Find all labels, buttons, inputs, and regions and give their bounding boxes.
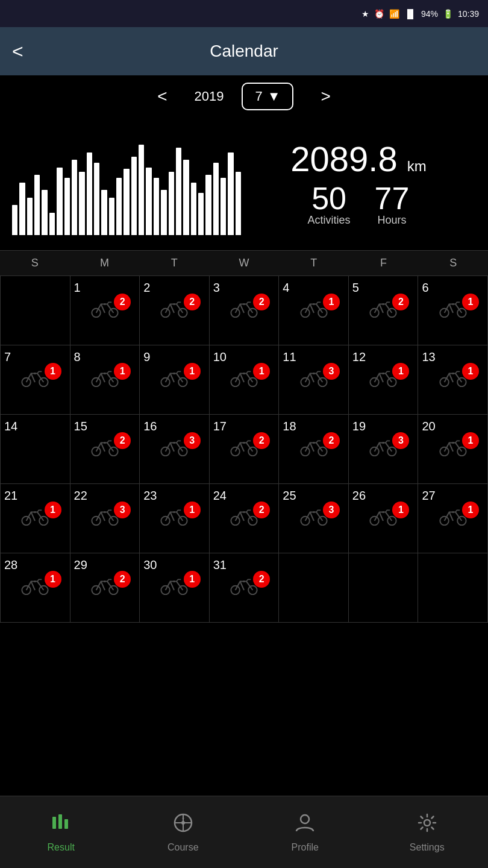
svg-point-65 bbox=[174, 511, 175, 513]
nav-item-course[interactable]: + Course bbox=[122, 796, 245, 868]
svg-point-45 bbox=[231, 447, 239, 456]
svg-point-49 bbox=[318, 447, 327, 456]
prev-month-button[interactable]: < bbox=[148, 84, 176, 109]
nav-item-result[interactable]: Result bbox=[0, 796, 122, 868]
svg-point-44 bbox=[174, 442, 175, 444]
activity-badge: 1 bbox=[45, 363, 61, 380]
svg-point-56 bbox=[452, 442, 454, 444]
calendar-day[interactable]: 29 2 bbox=[70, 553, 140, 623]
back-button[interactable]: < bbox=[12, 40, 23, 63]
header: < Calendar bbox=[0, 27, 488, 75]
calendar-day[interactable]: 30 1 bbox=[140, 553, 210, 623]
calendar-day[interactable]: 20 1 bbox=[418, 415, 488, 484]
date-number: 16 bbox=[143, 420, 205, 433]
calendar-day[interactable]: 24 2 bbox=[210, 484, 280, 553]
settings-nav-icon bbox=[416, 812, 438, 838]
svg-point-73 bbox=[387, 517, 396, 525]
svg-point-34 bbox=[387, 378, 396, 386]
chart-bar bbox=[161, 190, 166, 235]
svg-point-80 bbox=[34, 580, 36, 582]
calendar-day[interactable]: 18 2 bbox=[279, 415, 349, 484]
date-number: 24 bbox=[213, 489, 275, 503]
calendar-day[interactable]: 21 1 bbox=[1, 484, 70, 553]
activity-badge: 1 bbox=[114, 363, 131, 380]
date-number: 20 bbox=[422, 420, 484, 433]
day-header: F bbox=[349, 251, 419, 275]
date-number: 27 bbox=[422, 489, 484, 503]
calendar-day[interactable]: 1 2 bbox=[70, 276, 140, 345]
calendar-day[interactable]: 26 1 bbox=[349, 484, 419, 553]
calendar-day[interactable]: 9 1 bbox=[140, 345, 210, 415]
calendar-day[interactable]: 2 2 bbox=[140, 276, 210, 345]
calendar-day[interactable]: 15 2 bbox=[70, 415, 140, 484]
activity-badge: 1 bbox=[462, 502, 479, 518]
calendar-day[interactable]: 22 3 bbox=[70, 484, 140, 553]
chart-bar bbox=[139, 145, 144, 235]
svg-point-55 bbox=[457, 447, 466, 456]
chart-bar bbox=[12, 205, 17, 235]
calendar-day[interactable]: 6 1 bbox=[418, 276, 488, 345]
activity-badge: 2 bbox=[184, 294, 201, 310]
calendar-day[interactable]: 28 1 bbox=[1, 553, 70, 623]
svg-point-17 bbox=[452, 303, 454, 305]
day-header: T bbox=[279, 251, 349, 275]
calendar-day[interactable]: 16 3 bbox=[140, 415, 210, 484]
svg-point-71 bbox=[313, 511, 314, 513]
activity-icon: 3 bbox=[143, 437, 205, 456]
svg-point-36 bbox=[440, 378, 448, 386]
calendar-day bbox=[279, 553, 349, 623]
activity-chart bbox=[12, 130, 241, 238]
svg-point-43 bbox=[179, 447, 187, 456]
next-month-button[interactable]: > bbox=[311, 84, 339, 109]
nav-item-profile[interactable]: Profile bbox=[244, 796, 366, 868]
calendar-day[interactable]: 5 2 bbox=[349, 276, 419, 345]
activities-label: Activities bbox=[308, 214, 351, 227]
calendar-day[interactable]: 27 1 bbox=[418, 484, 488, 553]
month-selector[interactable]: 7 ▼ bbox=[242, 83, 293, 110]
activity-icon: 1 bbox=[422, 298, 484, 318]
svg-point-66 bbox=[231, 517, 239, 525]
course-nav-icon: + bbox=[172, 812, 194, 838]
calendar-day[interactable]: 12 1 bbox=[349, 345, 419, 415]
svg-point-96 bbox=[181, 821, 185, 825]
svg-point-75 bbox=[440, 517, 448, 525]
calendar-day[interactable]: 25 3 bbox=[279, 484, 349, 553]
calendar-day[interactable]: 31 2 bbox=[210, 553, 280, 623]
calendar-day[interactable]: 8 1 bbox=[70, 345, 140, 415]
activity-badge: 3 bbox=[323, 363, 340, 380]
calendar-day[interactable]: 23 1 bbox=[140, 484, 210, 553]
page-title: Calendar bbox=[210, 42, 278, 61]
chart-bar bbox=[49, 213, 55, 236]
svg-point-46 bbox=[248, 447, 257, 456]
chart-bar bbox=[72, 160, 77, 235]
calendar-day[interactable]: 4 1 bbox=[279, 276, 349, 345]
battery-icon: 🔋 bbox=[443, 9, 453, 19]
activity-icon: 1 bbox=[422, 506, 484, 526]
calendar-day[interactable]: 7 1 bbox=[1, 345, 70, 415]
nav-item-settings[interactable]: Settings bbox=[366, 796, 489, 868]
year-label: 2019 bbox=[195, 89, 224, 104]
clock: 10:39 bbox=[458, 9, 479, 19]
svg-point-86 bbox=[174, 580, 175, 582]
calendar-day[interactable]: 17 2 bbox=[210, 415, 280, 484]
calendar-day[interactable]: 10 1 bbox=[210, 345, 280, 415]
activity-badge: 3 bbox=[184, 432, 201, 449]
calendar-day[interactable]: 11 3 bbox=[279, 345, 349, 415]
chart-bar bbox=[191, 183, 196, 236]
calendar-day[interactable]: 13 1 bbox=[418, 345, 488, 415]
svg-point-26 bbox=[174, 373, 175, 374]
svg-point-28 bbox=[248, 378, 257, 386]
activity-icon: 1 bbox=[283, 298, 345, 318]
bluetooth-icon: ★ bbox=[361, 9, 369, 19]
svg-point-38 bbox=[452, 373, 454, 374]
calendar-day[interactable]: 19 3 bbox=[349, 415, 419, 484]
activity-badge: 1 bbox=[323, 294, 340, 310]
svg-text:+: + bbox=[181, 816, 184, 821]
calendar-day[interactable]: 14 bbox=[1, 415, 70, 484]
dropdown-arrow-icon: ▼ bbox=[267, 89, 281, 104]
day-header: S bbox=[0, 251, 70, 275]
calendar-day[interactable]: 3 2 bbox=[210, 276, 280, 345]
chart-bar bbox=[205, 175, 211, 235]
activity-icon: 2 bbox=[283, 437, 345, 456]
day-header: M bbox=[70, 251, 140, 275]
